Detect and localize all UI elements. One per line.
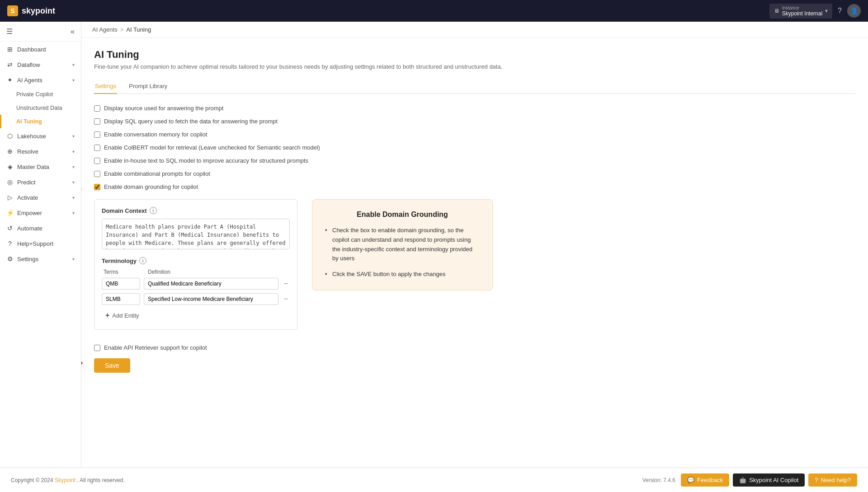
bullet-icon-2: • xyxy=(325,270,327,279)
feedback-icon: 💬 xyxy=(687,477,694,483)
sidebar-item-unstructured-data[interactable]: Unstructured Data xyxy=(0,101,81,115)
sidebar-label-helpsupport: Help+Support xyxy=(17,240,75,247)
remove-row-1-button[interactable]: − xyxy=(282,279,290,289)
instance-info: Instance Skypoint Internal xyxy=(782,5,822,17)
version-text: Version: 7.4.6 xyxy=(642,477,675,483)
terminology-row-1: − xyxy=(102,278,290,290)
terminology-label: Terminology xyxy=(102,258,137,264)
sidebar-item-resolve[interactable]: ⊕ Resolve ▾ xyxy=(0,144,81,159)
tab-prompt-library[interactable]: Prompt Library xyxy=(128,79,168,94)
plus-icon: + xyxy=(105,311,109,319)
checkbox-label-display-source[interactable]: Display source used for answering the pr… xyxy=(104,105,223,112)
checkbox-row-2: Display SQL query used to fetch the data… xyxy=(94,118,855,125)
tab-bar: Settings Prompt Library xyxy=(94,79,855,94)
chevron-right-icon: ▾ xyxy=(72,62,75,67)
app-logo[interactable]: S skypoint xyxy=(7,5,55,16)
user-avatar[interactable]: 👤 xyxy=(847,4,861,18)
remove-row-2-button[interactable]: − xyxy=(282,294,290,304)
sidebar-label-masterdata: Master Data xyxy=(17,164,69,170)
sidebar-item-settings[interactable]: ⚙ Settings ▾ xyxy=(0,251,81,267)
checkbox-combinational[interactable] xyxy=(94,171,100,177)
terminology-info-icon[interactable]: i xyxy=(139,257,146,264)
copilot-icon: 🤖 xyxy=(739,477,746,483)
sidebar-item-ai-tuning[interactable]: AI Tuning xyxy=(0,115,81,128)
feedback-button[interactable]: 💬 Feedback xyxy=(681,473,729,487)
info-panel-list: • Check the box to enable domain groundi… xyxy=(325,226,480,279)
checkbox-display-sql[interactable] xyxy=(94,118,100,125)
checkbox-label-conversation-memory[interactable]: Enable conversation memory for copilot xyxy=(104,131,207,138)
checkbox-conversation-memory[interactable] xyxy=(94,131,100,138)
sidebar-label-lakehouse: Lakehouse xyxy=(17,133,69,140)
sidebar-item-lakehouse[interactable]: ⬡ Lakehouse ▾ xyxy=(0,128,81,144)
sidebar-item-aiagents[interactable]: ✦ AI Agents ▾ xyxy=(0,72,81,88)
sidebar-item-predict[interactable]: ◎ Predict ▾ xyxy=(0,174,81,190)
chevron-down-icon-emp: ▾ xyxy=(72,211,75,216)
sidebar-header: ☰ « xyxy=(0,22,81,42)
def-input-2[interactable] xyxy=(144,293,278,305)
content-area: AI Agents > AI Tuning AI Tuning Fine-tun… xyxy=(81,22,868,468)
term-input-1[interactable] xyxy=(102,278,140,290)
domain-context-section: Domain Context i Medicare health plans p… xyxy=(94,199,297,330)
domain-context-info-icon[interactable]: i xyxy=(150,207,157,214)
top-navigation: S skypoint 🖥 Instance Skypoint Internal … xyxy=(0,0,868,22)
sidebar-item-dashboard[interactable]: ⊞ Dashboard xyxy=(0,42,81,57)
sidebar-item-dataflow[interactable]: ⇄ Dataflow ▾ xyxy=(0,57,81,72)
activate-icon: ▷ xyxy=(6,194,14,201)
tab-settings[interactable]: Settings xyxy=(94,79,117,94)
hamburger-icon[interactable]: ☰ xyxy=(6,27,13,36)
help-icon[interactable]: ? xyxy=(838,7,842,15)
checkbox-display-source[interactable] xyxy=(94,105,100,112)
checkbox-label-display-sql[interactable]: Display SQL query used to fetch the data… xyxy=(104,118,278,125)
company-link[interactable]: Skypoint xyxy=(55,477,75,483)
nav-right: 🖥 Instance Skypoint Internal ▾ ? 👤 xyxy=(769,4,861,19)
checkbox-api-retriever[interactable] xyxy=(94,345,100,351)
checkbox-list: Display source used for answering the pr… xyxy=(94,105,855,190)
dashboard-icon: ⊞ xyxy=(6,46,14,53)
chevron-down-icon-set: ▾ xyxy=(72,257,75,262)
copilot-button[interactable]: 🤖 Skypoint AI Copilot xyxy=(733,473,805,487)
sidebar-item-empower[interactable]: ⚡ Empower ▾ xyxy=(0,205,81,220)
instance-label: Instance xyxy=(782,5,822,10)
main-layout: ☰ « ⊞ Dashboard ⇄ Dataflow ▾ ✦ AI Agents… xyxy=(0,22,868,468)
chevron-down-icon-lh: ▾ xyxy=(72,134,75,139)
term-input-2[interactable] xyxy=(102,293,140,305)
page-content: AI Tuning Fine-tune your AI companion to… xyxy=(81,38,868,468)
bottom-bar: Copyright © 2024 Skypoint . All rights r… xyxy=(0,468,868,492)
domain-context-textarea[interactable]: Medicare health plans provide Part A (Ho… xyxy=(102,219,290,249)
checkbox-domain-grounding[interactable] xyxy=(94,184,100,190)
helpsupport-icon: ? xyxy=(6,240,14,247)
sidebar-item-helpsupport[interactable]: ? Help+Support xyxy=(0,236,81,251)
collapse-icon[interactable]: « xyxy=(71,28,75,36)
settings-icon: ⚙ xyxy=(6,255,14,262)
resolve-icon: ⊕ xyxy=(6,148,14,155)
feedback-label: Feedback xyxy=(697,477,723,483)
need-help-button[interactable]: ? Need help? xyxy=(808,473,857,487)
checkbox-label-domain-grounding[interactable]: Enable domain grounding for copilot xyxy=(104,183,198,190)
checkbox-inhouse-sql[interactable] xyxy=(94,158,100,164)
checkbox-label-api-retriever[interactable]: Enable API Retriever support for copilot xyxy=(104,344,207,351)
sidebar-item-masterdata[interactable]: ◈ Master Data ▾ xyxy=(0,159,81,174)
sidebar-item-private-copilot[interactable]: Private Copilot xyxy=(0,88,81,101)
sidebar-label-empower: Empower xyxy=(17,210,69,216)
bottom-right: Version: 7.4.6 💬 Feedback 🤖 Skypoint AI … xyxy=(642,473,857,487)
checkbox-label-colbert[interactable]: Enable ColBERT model for retrieval (Leav… xyxy=(104,144,320,151)
help-btn-icon: ? xyxy=(815,477,818,483)
save-button[interactable]: Save xyxy=(94,358,130,373)
automate-icon: ↺ xyxy=(6,225,14,232)
empower-icon: ⚡ xyxy=(6,209,14,216)
checkbox-label-combinational[interactable]: Enable combinational prompts for copilot xyxy=(104,170,210,177)
sidebar-item-activate[interactable]: ▷ Activate ▾ xyxy=(0,190,81,205)
sidebar-item-automate[interactable]: ↺ Automate xyxy=(0,220,81,236)
def-input-1[interactable] xyxy=(144,278,278,290)
add-entity-button[interactable]: + Add Entity xyxy=(102,309,143,322)
instance-selector[interactable]: 🖥 Instance Skypoint Internal ▾ xyxy=(769,4,832,19)
breadcrumb-parent[interactable]: AI Agents xyxy=(92,26,118,33)
checkbox-colbert[interactable] xyxy=(94,145,100,151)
sidebar-label-aiagents: AI Agents xyxy=(17,77,69,84)
checkbox-label-inhouse-sql[interactable]: Enable in-house text to SQL model to imp… xyxy=(104,157,308,164)
breadcrumb-current: AI Tuning xyxy=(126,26,151,33)
checkbox-row-3: Enable conversation memory for copilot xyxy=(94,131,855,138)
breadcrumb: AI Agents > AI Tuning xyxy=(81,22,868,38)
checkbox-row-1: Display source used for answering the pr… xyxy=(94,105,855,112)
domain-info-row: Domain Context i Medicare health plans p… xyxy=(94,199,855,337)
